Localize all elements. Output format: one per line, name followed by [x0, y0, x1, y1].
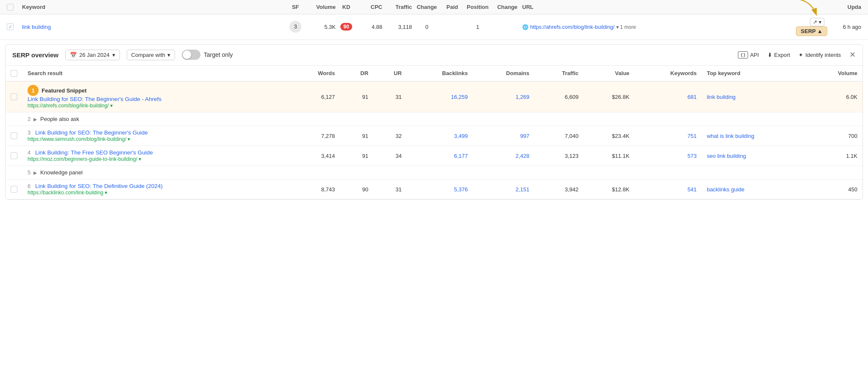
snippet-label: Featured Snippet: [42, 87, 86, 94]
th-backlinks: Backlinks: [407, 66, 473, 81]
col-header-change1: Change: [412, 4, 442, 10]
keywords-cell: 681: [634, 81, 702, 112]
row-checkbox[interactable]: ✓: [7, 23, 14, 30]
results-select-all[interactable]: [11, 70, 17, 77]
th-traffic: Traffic: [534, 66, 584, 81]
keywords-link[interactable]: 541: [687, 186, 697, 193]
section-label: 5 ▶ Knowledge panel: [22, 166, 862, 179]
keyword-link[interactable]: link building: [22, 24, 51, 30]
keywords-link[interactable]: 751: [687, 133, 697, 139]
export-button[interactable]: ⬇ Export: [768, 52, 790, 58]
select-all-checkbox[interactable]: [7, 4, 14, 11]
url-link[interactable]: https://ahrefs.com/blog/link-building/: [530, 24, 615, 30]
domains-link[interactable]: 1,269: [515, 94, 529, 100]
top-keyword-cell: what is link building: [702, 126, 808, 146]
volume-value: 5.3K: [306, 24, 336, 30]
identify-label: Identify intents: [805, 52, 841, 58]
cpc-value: 4.88: [357, 24, 382, 30]
serp-button[interactable]: SERP ▲: [796, 26, 827, 36]
serp-results-table: Search result Words DR UR Backlinks Doma…: [6, 66, 862, 200]
target-only-toggle[interactable]: [182, 50, 200, 60]
backlinks-cell: 3,499: [407, 126, 473, 146]
backlinks-link[interactable]: 16,259: [451, 94, 468, 100]
ur-cell: 31: [373, 81, 407, 112]
th-ur: UR: [373, 66, 407, 81]
row-check-2[interactable]: [11, 132, 17, 139]
identify-intents-button[interactable]: ✦ Identify intents: [798, 52, 841, 58]
sf-value: 3: [289, 21, 301, 33]
traffic-cell: 3,942: [534, 179, 584, 199]
th-search-result: Search result: [22, 66, 290, 81]
url-cell: 🌐 https://ahrefs.com/blog/link-building/…: [522, 24, 785, 30]
keyword-data-row: ✓ link building 3 5.3K 90 4.88 3,118 0 1…: [0, 14, 868, 40]
domains-cell: 2,428: [473, 146, 534, 166]
result-url-link[interactable]: https://moz.com/beginners-guide-to-link-…: [28, 156, 141, 162]
top-keyword-cell: link building: [702, 81, 808, 112]
section-row: 2 ▶ People also ask: [6, 112, 862, 126]
result-title-link[interactable]: Link Building for SEO: The Beginner's Gu…: [28, 96, 161, 102]
top-keyword-link[interactable]: backlinks guide: [707, 186, 745, 193]
close-button[interactable]: ✕: [849, 50, 856, 59]
result-url-link[interactable]: https://ahrefs.com/blog/link-building/ ▾: [28, 103, 113, 109]
dr-cell: 91: [340, 81, 373, 112]
domains-link[interactable]: 2,151: [515, 186, 529, 193]
value-cell: $12.8K: [584, 179, 634, 199]
row-check-5[interactable]: [11, 186, 17, 193]
top-keyword-link[interactable]: seo link building: [707, 153, 746, 159]
section-num: 5: [28, 169, 31, 176]
dr-cell: 91: [340, 146, 373, 166]
change-value: 0: [412, 24, 442, 30]
result-title-link[interactable]: Link Building for SEO: The Beginner's Gu…: [35, 129, 148, 136]
section-row: 5 ▶ Knowledge panel: [6, 166, 862, 179]
section-check: [6, 112, 22, 126]
words-cell: 6,127: [290, 81, 340, 112]
export-icon: ⬇: [768, 52, 772, 58]
result-url-link[interactable]: https://backlinko.com/link-building ▾: [28, 190, 107, 196]
traffic-cell: 3,123: [534, 146, 584, 166]
expand-icon[interactable]: ▶: [33, 170, 37, 175]
section-name: Knowledge panel: [40, 169, 83, 176]
row-check-3[interactable]: [11, 152, 17, 159]
compare-with-button[interactable]: Compare with ▾: [127, 50, 175, 60]
col-header-cpc: CPC: [357, 4, 382, 10]
calendar-icon: 📅: [70, 52, 77, 58]
ur-cell: 34: [373, 146, 407, 166]
top-keyword-link[interactable]: link building: [707, 94, 736, 100]
th-domains: Domains: [473, 66, 534, 81]
backlinks-link[interactable]: 6,177: [454, 153, 468, 159]
domains-link[interactable]: 2,428: [515, 153, 529, 159]
updated-value: 6 h ago: [827, 24, 861, 30]
keywords-link[interactable]: 573: [687, 153, 697, 159]
expand-icon[interactable]: ▶: [33, 117, 37, 122]
th-check: [6, 66, 22, 81]
result-title-link[interactable]: Link Building: The Free SEO Beginner's G…: [35, 149, 153, 156]
globe-icon: 🌐: [522, 24, 529, 30]
domains-link[interactable]: 997: [520, 133, 529, 139]
api-label: API: [750, 52, 759, 58]
backlinks-cell: 6,177: [407, 146, 473, 166]
backlinks-cell: 5,376: [407, 179, 473, 199]
row-num: 3: [28, 129, 31, 136]
top-keyword-link[interactable]: what is link building: [707, 133, 754, 139]
row-num: 6: [28, 183, 31, 189]
chevron-down-icon: ▾: [112, 52, 115, 58]
date-picker[interactable]: 📅 26 Jan 2024 ▾: [65, 50, 120, 60]
keywords-link[interactable]: 681: [687, 94, 697, 100]
result-title-link[interactable]: Link Building for SEO: The Definitive Gu…: [35, 183, 163, 189]
traffic-cell: 7,040: [534, 126, 584, 146]
result-url-link[interactable]: https://www.semrush.com/blog/link-buildi…: [28, 136, 130, 142]
keywords-cell: 573: [634, 146, 702, 166]
position-value: 1: [463, 24, 492, 30]
trend-indicator[interactable]: ↗ ▾: [810, 18, 824, 26]
words-cell: 3,414: [290, 146, 340, 166]
ur-cell: 31: [373, 179, 407, 199]
url-more[interactable]: ▾ 1 more: [616, 24, 636, 30]
th-top-keyword: Top keyword: [702, 66, 808, 81]
backlinks-link[interactable]: 3,499: [454, 133, 468, 139]
volume-cell: 6.0K: [808, 81, 862, 112]
backlinks-link[interactable]: 5,376: [454, 186, 468, 193]
export-label: Export: [774, 52, 790, 58]
row-check-0[interactable]: [11, 93, 17, 100]
api-button[interactable]: {} API: [738, 51, 759, 59]
col-header-traffic: Traffic: [382, 4, 412, 10]
